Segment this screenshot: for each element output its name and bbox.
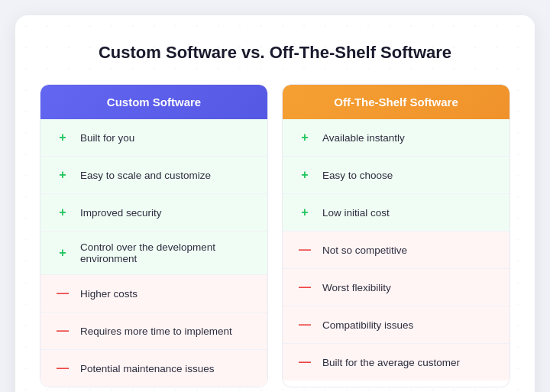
minus-icon: — (54, 360, 71, 377)
minus-icon: — (296, 316, 313, 333)
plus-icon: + (54, 204, 71, 221)
list-item: +Control over the development environmen… (40, 232, 267, 275)
column-header-offshelf: Off-The-Shelf Software (283, 85, 510, 119)
item-label: Available instantly (322, 132, 405, 144)
minus-icon: — (296, 279, 313, 296)
item-label: Not so competitive (322, 245, 407, 256)
plus-icon: + (54, 129, 71, 146)
item-label: Built for you (80, 132, 134, 144)
item-label: Built for the average customer (322, 357, 460, 368)
list-item: —Not so competitive (283, 232, 510, 269)
list-item: +Easy to scale and customize (40, 157, 267, 194)
list-item: +Easy to choose (283, 157, 510, 194)
column-offshelf: Off-The-Shelf Software+Available instant… (282, 84, 510, 387)
item-label: Low initial cost (322, 207, 390, 219)
minus-icon: — (54, 322, 71, 339)
main-card: Custom Software vs. Off-The-Shelf Softwa… (15, 15, 535, 392)
item-label: Control over the development environment (80, 241, 254, 264)
page-title: Custom Software vs. Off-The-Shelf Softwa… (40, 43, 510, 63)
item-label: Compatibility issues (322, 319, 413, 331)
list-item: +Built for you (40, 119, 267, 157)
item-label: Improved security (80, 207, 162, 219)
item-label: Easy to choose (322, 170, 393, 181)
item-label: Higher costs (80, 288, 138, 300)
column-body-custom: +Built for you+Easy to scale and customi… (40, 119, 267, 387)
list-item: —Worst flexibility (283, 269, 510, 306)
column-custom: Custom Software+Built for you+Easy to sc… (40, 84, 268, 387)
item-label: Easy to scale and customize (80, 170, 211, 181)
comparison-columns: Custom Software+Built for you+Easy to sc… (40, 84, 510, 387)
item-label: Worst flexibility (322, 282, 391, 293)
plus-icon: + (54, 167, 71, 183)
list-item: +Improved security (40, 194, 267, 232)
list-item: —Higher costs (40, 275, 267, 313)
list-item: —Compatibility issues (283, 306, 510, 344)
column-body-offshelf: +Available instantly+Easy to choose+Low … (283, 119, 510, 381)
plus-icon: + (296, 167, 313, 183)
list-item: +Low initial cost (283, 194, 510, 232)
plus-icon: + (296, 204, 313, 221)
item-label: Potential maintenance issues (80, 363, 215, 374)
list-item: —Requires more time to implement (40, 313, 267, 350)
list-item: —Potential maintenance issues (40, 350, 267, 387)
plus-icon: + (296, 129, 313, 146)
minus-icon: — (296, 354, 313, 371)
minus-icon: — (54, 285, 71, 302)
minus-icon: — (296, 241, 313, 258)
list-item: —Built for the average customer (283, 344, 510, 381)
list-item: +Available instantly (283, 119, 510, 157)
column-header-custom: Custom Software (40, 85, 267, 119)
plus-icon: + (54, 245, 71, 261)
item-label: Requires more time to implement (80, 326, 232, 337)
